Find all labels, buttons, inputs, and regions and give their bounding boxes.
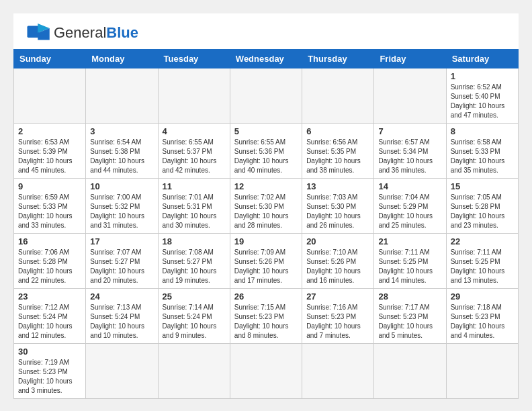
logo: GeneralBlue (27, 24, 138, 42)
calendar-cell (374, 344, 446, 399)
calendar-cell: 27Sunrise: 7:16 AM Sunset: 5:23 PM Dayli… (302, 289, 374, 344)
day-number: 27 (306, 291, 369, 302)
calendar-week-1: 1Sunrise: 6:52 AM Sunset: 5:40 PM Daylig… (14, 68, 519, 124)
day-number: 18 (163, 236, 226, 246)
calendar-cell: 3Sunrise: 6:54 AM Sunset: 5:38 PM Daylig… (86, 124, 158, 179)
day-info: Sunrise: 7:17 AM Sunset: 5:23 PM Dayligh… (378, 303, 441, 340)
weekday-header-saturday: Saturday (446, 50, 518, 68)
day-number: 3 (90, 126, 153, 136)
day-info: Sunrise: 7:16 AM Sunset: 5:23 PM Dayligh… (306, 303, 369, 340)
day-number: 10 (90, 181, 153, 191)
calendar-cell: 7Sunrise: 6:57 AM Sunset: 5:34 PM Daylig… (374, 124, 446, 179)
calendar-week-5: 23Sunrise: 7:12 AM Sunset: 5:24 PM Dayli… (14, 289, 519, 344)
calendar-cell: 16Sunrise: 7:06 AM Sunset: 5:28 PM Dayli… (14, 234, 86, 289)
day-info: Sunrise: 7:15 AM Sunset: 5:23 PM Dayligh… (234, 303, 298, 340)
calendar-cell (374, 68, 446, 124)
calendar-table: SundayMondayTuesdayWednesdayThursdayFrid… (13, 49, 519, 399)
day-number: 14 (378, 181, 441, 191)
calendar-cell (446, 344, 518, 399)
day-info: Sunrise: 6:58 AM Sunset: 5:33 PM Dayligh… (451, 138, 514, 175)
day-number: 23 (18, 291, 81, 302)
day-number: 15 (451, 181, 514, 191)
calendar-cell (158, 68, 230, 124)
day-info: Sunrise: 7:02 AM Sunset: 5:30 PM Dayligh… (234, 193, 298, 230)
day-number: 30 (18, 347, 81, 357)
logo-text: GeneralBlue (54, 24, 138, 42)
weekday-header-wednesday: Wednesday (230, 50, 302, 68)
weekday-header-thursday: Thursday (302, 50, 374, 68)
calendar-cell: 10Sunrise: 7:00 AM Sunset: 5:32 PM Dayli… (86, 179, 158, 234)
day-number: 21 (378, 236, 441, 246)
day-number: 8 (451, 126, 514, 136)
day-info: Sunrise: 7:00 AM Sunset: 5:32 PM Dayligh… (90, 193, 153, 230)
calendar-cell: 6Sunrise: 6:56 AM Sunset: 5:35 PM Daylig… (302, 124, 374, 179)
calendar-week-2: 2Sunrise: 6:53 AM Sunset: 5:39 PM Daylig… (14, 124, 519, 179)
calendar-cell: 8Sunrise: 6:58 AM Sunset: 5:33 PM Daylig… (446, 124, 518, 179)
day-number: 22 (451, 236, 514, 246)
calendar-cell (302, 344, 374, 399)
calendar-cell (230, 344, 302, 399)
day-number: 19 (234, 236, 298, 246)
day-info: Sunrise: 6:56 AM Sunset: 5:35 PM Dayligh… (306, 138, 369, 175)
day-number: 11 (163, 181, 226, 191)
calendar-cell: 28Sunrise: 7:17 AM Sunset: 5:23 PM Dayli… (374, 289, 446, 344)
calendar-cell: 24Sunrise: 7:13 AM Sunset: 5:24 PM Dayli… (86, 289, 158, 344)
calendar-cell: 9Sunrise: 6:59 AM Sunset: 5:33 PM Daylig… (14, 179, 86, 234)
calendar-cell: 20Sunrise: 7:10 AM Sunset: 5:26 PM Dayli… (302, 234, 374, 289)
day-info: Sunrise: 7:09 AM Sunset: 5:26 PM Dayligh… (234, 248, 298, 285)
day-number: 25 (163, 291, 226, 302)
calendar-page: GeneralBlue SundayMondayTuesdayWednesday… (13, 13, 519, 399)
svg-rect-0 (28, 26, 40, 38)
calendar-cell: 14Sunrise: 7:04 AM Sunset: 5:29 PM Dayli… (374, 179, 446, 234)
day-number: 1 (451, 71, 514, 81)
calendar-week-4: 16Sunrise: 7:06 AM Sunset: 5:28 PM Dayli… (14, 234, 519, 289)
day-number: 7 (378, 126, 441, 136)
day-number: 4 (163, 126, 226, 136)
weekday-header-sunday: Sunday (14, 50, 86, 68)
calendar-cell: 15Sunrise: 7:05 AM Sunset: 5:28 PM Dayli… (446, 179, 518, 234)
day-number: 17 (90, 236, 153, 246)
day-info: Sunrise: 7:08 AM Sunset: 5:27 PM Dayligh… (163, 248, 226, 285)
logo-icon (27, 24, 51, 42)
day-number: 9 (18, 181, 81, 191)
day-info: Sunrise: 7:19 AM Sunset: 5:23 PM Dayligh… (18, 358, 81, 396)
calendar-cell: 13Sunrise: 7:03 AM Sunset: 5:30 PM Dayli… (302, 179, 374, 234)
day-number: 24 (90, 291, 153, 302)
day-info: Sunrise: 7:13 AM Sunset: 5:24 PM Dayligh… (90, 303, 153, 340)
calendar-cell: 30Sunrise: 7:19 AM Sunset: 5:23 PM Dayli… (14, 344, 86, 399)
calendar-cell: 4Sunrise: 6:55 AM Sunset: 5:37 PM Daylig… (158, 124, 230, 179)
day-info: Sunrise: 6:55 AM Sunset: 5:37 PM Dayligh… (163, 138, 226, 175)
calendar-cell: 5Sunrise: 6:55 AM Sunset: 5:36 PM Daylig… (230, 124, 302, 179)
calendar-cell: 22Sunrise: 7:11 AM Sunset: 5:25 PM Dayli… (446, 234, 518, 289)
day-info: Sunrise: 6:55 AM Sunset: 5:36 PM Dayligh… (234, 138, 298, 175)
day-info: Sunrise: 7:01 AM Sunset: 5:31 PM Dayligh… (163, 193, 226, 230)
day-info: Sunrise: 7:18 AM Sunset: 5:23 PM Dayligh… (451, 303, 514, 340)
calendar-cell: 1Sunrise: 6:52 AM Sunset: 5:40 PM Daylig… (446, 68, 518, 124)
calendar-cell (230, 68, 302, 124)
day-info: Sunrise: 7:11 AM Sunset: 5:25 PM Dayligh… (378, 248, 441, 285)
calendar-cell: 21Sunrise: 7:11 AM Sunset: 5:25 PM Dayli… (374, 234, 446, 289)
day-number: 13 (306, 181, 369, 191)
calendar-cell: 19Sunrise: 7:09 AM Sunset: 5:26 PM Dayli… (230, 234, 302, 289)
day-info: Sunrise: 6:59 AM Sunset: 5:33 PM Dayligh… (18, 193, 81, 230)
day-number: 6 (306, 126, 369, 136)
weekday-header-monday: Monday (86, 50, 158, 68)
day-number: 12 (234, 181, 298, 191)
calendar-cell: 29Sunrise: 7:18 AM Sunset: 5:23 PM Dayli… (446, 289, 518, 344)
calendar-week-3: 9Sunrise: 6:59 AM Sunset: 5:33 PM Daylig… (14, 179, 519, 234)
day-info: Sunrise: 7:14 AM Sunset: 5:24 PM Dayligh… (163, 303, 226, 340)
calendar-cell: 26Sunrise: 7:15 AM Sunset: 5:23 PM Dayli… (230, 289, 302, 344)
day-info: Sunrise: 7:06 AM Sunset: 5:28 PM Dayligh… (18, 248, 81, 285)
weekday-header-friday: Friday (374, 50, 446, 68)
calendar-week-6: 30Sunrise: 7:19 AM Sunset: 5:23 PM Dayli… (14, 344, 519, 399)
day-number: 2 (18, 126, 81, 136)
day-number: 5 (234, 126, 298, 136)
calendar-cell (302, 68, 374, 124)
day-info: Sunrise: 6:53 AM Sunset: 5:39 PM Dayligh… (18, 138, 81, 175)
calendar-cell (158, 344, 230, 399)
calendar-cell: 17Sunrise: 7:07 AM Sunset: 5:27 PM Dayli… (86, 234, 158, 289)
day-info: Sunrise: 6:54 AM Sunset: 5:38 PM Dayligh… (90, 138, 153, 175)
weekday-header-row: SundayMondayTuesdayWednesdayThursdayFrid… (14, 50, 519, 68)
day-info: Sunrise: 6:57 AM Sunset: 5:34 PM Dayligh… (378, 138, 441, 175)
day-info: Sunrise: 7:11 AM Sunset: 5:25 PM Dayligh… (451, 248, 514, 285)
